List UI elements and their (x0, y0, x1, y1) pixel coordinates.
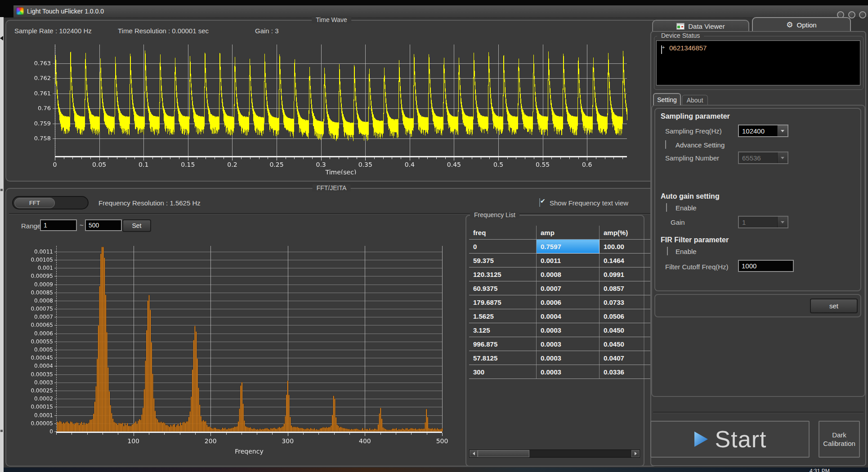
device-status-group: Device Status + 0621346857 (654, 36, 864, 90)
table-cell[interactable]: 0.0006 (537, 295, 600, 309)
tree-expand-icon[interactable]: + (661, 45, 662, 54)
column-header[interactable]: amp (537, 226, 600, 240)
show-frequency-label: Show Frequency text view (550, 199, 628, 207)
table-cell[interactable]: 0.0003 (537, 365, 600, 379)
range-to-input[interactable] (85, 219, 122, 231)
window-title: Light Touch uFlicker 1.0.0.0 (27, 8, 104, 15)
table-cell[interactable]: 1.5625 (469, 309, 537, 323)
cursor-arrow-icon (0, 36, 3, 40)
time-wave-group: Time Wave Sample Rate : 102400 Hz Time R… (5, 20, 658, 182)
column-header[interactable]: freq (469, 226, 537, 240)
table-cell[interactable]: 120.3125 (469, 267, 537, 281)
table-cell[interactable]: 60.9375 (469, 281, 537, 295)
auto-gain-enable-checkbox[interactable]: ✔ (666, 203, 667, 212)
advance-setting-label: Advance Setting (676, 141, 725, 149)
check-icon: ✔ (540, 197, 546, 205)
table-cell[interactable]: 0.7597 (537, 240, 600, 254)
range-label: Range (21, 222, 41, 230)
table-cell[interactable]: 0.0506 (600, 309, 653, 323)
table-cell[interactable]: 0.0857 (600, 281, 653, 295)
range-set-button[interactable]: Set (122, 219, 151, 232)
scroll-right-button[interactable] (631, 450, 640, 457)
table-cell[interactable]: 0.0011 (537, 254, 600, 267)
show-frequency-checkbox[interactable]: ✔ (539, 198, 540, 207)
scrollbar-thumb[interactable] (478, 450, 529, 457)
table-cell[interactable]: 0.0004 (537, 309, 600, 323)
table-cell[interactable]: 3.125 (469, 323, 537, 337)
taskbar-clock: 4:31 PM (810, 468, 830, 472)
cutoff-label: Filter Cutoff Freq(Hz) (665, 263, 729, 271)
chevron-down-icon (777, 217, 787, 227)
table-cell[interactable]: 0.0733 (600, 295, 653, 309)
set-row-panel: set (654, 294, 861, 317)
table-cell[interactable]: 996.875 (469, 337, 537, 351)
tab-option[interactable]: ⚙ Option (752, 17, 851, 32)
fir-enable-checkbox[interactable]: ✔ (667, 247, 668, 255)
table-cell[interactable]: 59.375 (469, 254, 537, 267)
table-row: 57.81250.00030.0407 (469, 351, 653, 365)
cutoff-input[interactable] (738, 260, 794, 272)
fft-toggle-knob[interactable]: FFT (14, 198, 55, 208)
table-cell[interactable]: 0.0008 (537, 267, 600, 281)
horizontal-scrollbar[interactable] (469, 450, 640, 458)
advance-setting-checkbox[interactable]: ✔ (665, 140, 666, 149)
fft-mode-toggle[interactable]: FFT (12, 196, 89, 209)
frequency-table: freqampamp(%) 00.7597100.0059.3750.00110… (469, 226, 653, 379)
top-screen-edge (0, 0, 868, 5)
table-cell[interactable]: 0.0450 (600, 323, 653, 337)
tab-setting[interactable]: Setting (653, 93, 681, 105)
table-cell[interactable]: 0.0336 (600, 365, 653, 379)
desktop-taskbar-sliver: 4:31 PM (4, 468, 868, 472)
fft-group-title: FFT/JEITA (313, 184, 351, 191)
start-button[interactable]: Start (650, 421, 810, 458)
table-cell[interactable]: 0.0450 (600, 337, 653, 351)
titlebar (13, 5, 868, 18)
gain-combo[interactable]: 1 (738, 216, 788, 228)
tab-data-viewer[interactable]: Data Viewer (652, 20, 749, 32)
table-cell[interactable]: 0.1464 (600, 254, 653, 267)
data-viewer-icon (676, 23, 685, 30)
table-cell[interactable]: 300 (469, 365, 537, 379)
tab-setting-label: Setting (657, 96, 677, 103)
tab-option-label: Option (797, 21, 817, 29)
table-row: 179.68750.00060.0733 (469, 295, 653, 309)
table-cell[interactable]: 179.6875 (469, 295, 537, 309)
chevron-down-icon[interactable] (777, 125, 787, 136)
device-tree: + 0621346857 (656, 40, 860, 85)
table-cell[interactable]: 0.0007 (537, 281, 600, 295)
fir-enable-label: Enable (676, 248, 697, 255)
range-from-input[interactable] (40, 219, 77, 231)
sampling-number-combo[interactable]: 65536 (738, 151, 788, 164)
strip-mark (0, 189, 3, 191)
table-cell[interactable]: 0.0003 (537, 351, 600, 365)
time-resolution-label: Time Resolution : 0.00001 sec (118, 27, 209, 35)
sampling-freq-combo[interactable]: 102400 (738, 125, 788, 137)
column-header[interactable]: amp(%) (600, 226, 653, 240)
table-cell[interactable]: 0.0003 (537, 323, 600, 337)
close-button-icon[interactable] (859, 11, 866, 18)
table-cell[interactable]: 0.0407 (600, 351, 653, 365)
table-cell[interactable]: 0 (469, 240, 537, 254)
table-row: 3.1250.00030.0450 (469, 323, 653, 337)
arrow-right-icon (635, 452, 637, 455)
table-header-row: freqampamp(%) (469, 226, 653, 240)
play-icon (694, 431, 709, 448)
dark-calibration-button[interactable]: Dark Calibration (819, 421, 860, 458)
scroll-left-button[interactable] (470, 450, 478, 457)
table-row: 1.56250.00040.0506 (469, 309, 653, 323)
table-cell[interactable]: 0.0003 (537, 337, 600, 351)
set-button[interactable]: set (810, 298, 858, 313)
device-serial[interactable]: 0621346857 (669, 44, 707, 52)
table-cell[interactable]: 100.00 (600, 240, 653, 254)
table-cell[interactable]: 57.8125 (469, 351, 537, 365)
maximize-button-icon[interactable] (848, 11, 855, 18)
range-tilde: ~ (80, 221, 84, 229)
table-cell[interactable]: 0.0991 (600, 267, 653, 281)
fft-group: FFT/JEITA FFT Frequency Resolution : 1.5… (5, 188, 658, 467)
auto-gain-heading: Auto gain setting (661, 192, 720, 200)
scrollbar-track[interactable] (529, 450, 631, 457)
sampling-freq-label: Sampling Freq(Hz) (665, 127, 722, 135)
gear-icon: ⚙ (786, 20, 793, 30)
tab-about[interactable]: About (682, 95, 708, 105)
tab-about-label: About (687, 97, 703, 104)
